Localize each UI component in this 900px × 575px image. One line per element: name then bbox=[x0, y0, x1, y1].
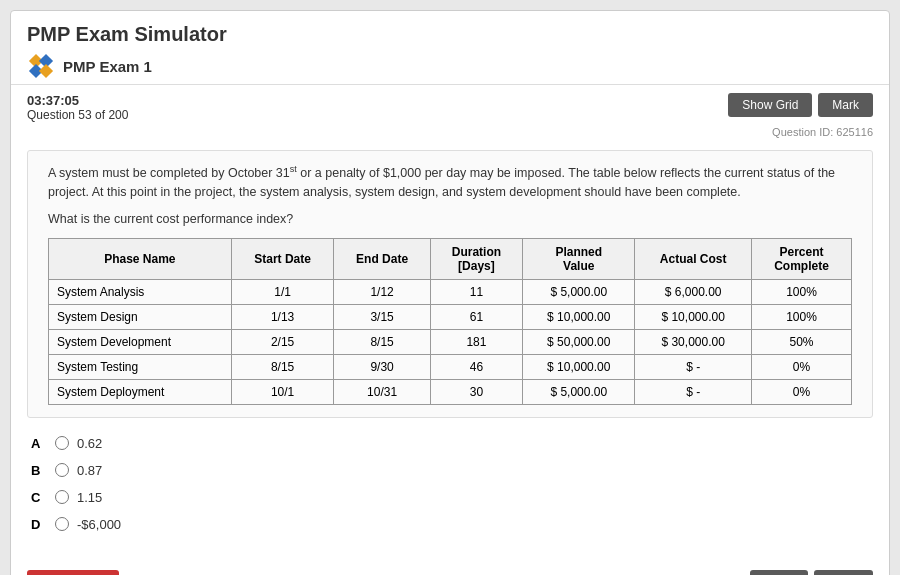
table-cell: $ - bbox=[635, 354, 752, 379]
timer-display: 03:37:05 bbox=[27, 93, 128, 108]
app-title: PMP Exam Simulator bbox=[27, 23, 873, 46]
table-cell: 2/15 bbox=[231, 329, 334, 354]
answer-text: 0.62 bbox=[77, 436, 102, 451]
exam-title: PMP Exam 1 bbox=[63, 58, 152, 75]
table-cell: 50% bbox=[751, 329, 851, 354]
table-cell: $ 6,000.00 bbox=[635, 279, 752, 304]
answer-text: -$6,000 bbox=[77, 517, 121, 532]
question-prompt: What is the current cost performance ind… bbox=[48, 212, 852, 226]
question-area: A system must be completed by October 31… bbox=[27, 150, 873, 418]
table-cell: 30 bbox=[430, 379, 523, 404]
col-start-date: Start Date bbox=[231, 238, 334, 279]
question-counter: Question 53 of 200 bbox=[27, 108, 128, 122]
question-id: Question ID: 625116 bbox=[11, 126, 889, 142]
answer-option: A0.62 bbox=[31, 436, 869, 451]
table-cell: $ 5,000.00 bbox=[523, 279, 635, 304]
table-cell: 1/13 bbox=[231, 304, 334, 329]
table-cell: $ 10,000.00 bbox=[635, 304, 752, 329]
answer-label: B bbox=[31, 463, 47, 478]
timer-info: 03:37:05 Question 53 of 200 bbox=[27, 93, 128, 122]
table-cell: 1/1 bbox=[231, 279, 334, 304]
data-table: Phase Name Start Date End Date Duration[… bbox=[48, 238, 852, 405]
answer-radio[interactable] bbox=[55, 463, 69, 477]
table-cell: 61 bbox=[430, 304, 523, 329]
table-cell: 10/31 bbox=[334, 379, 430, 404]
answer-option: B0.87 bbox=[31, 463, 869, 478]
table-cell: 0% bbox=[751, 354, 851, 379]
end-exam-button[interactable]: End Exam bbox=[27, 570, 119, 575]
answer-label: A bbox=[31, 436, 47, 451]
answer-option: C1.15 bbox=[31, 490, 869, 505]
col-planned-value: PlannedValue bbox=[523, 238, 635, 279]
table-cell: 100% bbox=[751, 279, 851, 304]
exam-subtitle: PMP Exam 1 bbox=[27, 52, 873, 80]
col-percent-complete: PercentComplete bbox=[751, 238, 851, 279]
table-cell: $ 10,000.00 bbox=[523, 354, 635, 379]
logo-icon bbox=[27, 52, 55, 80]
answer-radio[interactable] bbox=[55, 490, 69, 504]
table-cell: 100% bbox=[751, 304, 851, 329]
svg-rect-3 bbox=[39, 64, 53, 78]
table-cell: System Deployment bbox=[49, 379, 232, 404]
col-end-date: End Date bbox=[334, 238, 430, 279]
table-cell: System Testing bbox=[49, 354, 232, 379]
show-grid-button[interactable]: Show Grid bbox=[728, 93, 812, 117]
col-phase-name: Phase Name bbox=[49, 238, 232, 279]
table-row: System Development2/158/15181$ 50,000.00… bbox=[49, 329, 852, 354]
col-duration: Duration[Days] bbox=[430, 238, 523, 279]
table-cell: $ 30,000.00 bbox=[635, 329, 752, 354]
table-cell: $ 5,000.00 bbox=[523, 379, 635, 404]
answer-label: C bbox=[31, 490, 47, 505]
table-cell: 8/15 bbox=[334, 329, 430, 354]
table-cell: $ 50,000.00 bbox=[523, 329, 635, 354]
table-cell: System Design bbox=[49, 304, 232, 329]
answer-label: D bbox=[31, 517, 47, 532]
col-actual-cost: Actual Cost bbox=[635, 238, 752, 279]
table-cell: $ 10,000.00 bbox=[523, 304, 635, 329]
answers: A0.62B0.87C1.15D-$6,000 bbox=[11, 426, 889, 552]
table-row: System Analysis1/11/1211$ 5,000.00$ 6,00… bbox=[49, 279, 852, 304]
answer-text: 1.15 bbox=[77, 490, 102, 505]
table-cell: 10/1 bbox=[231, 379, 334, 404]
nav-buttons: Prev Next bbox=[750, 570, 873, 575]
table-cell: 46 bbox=[430, 354, 523, 379]
table-cell: 181 bbox=[430, 329, 523, 354]
top-buttons: Show Grid Mark bbox=[728, 93, 873, 117]
table-row: System Testing8/159/3046$ 10,000.00$ -0% bbox=[49, 354, 852, 379]
table-cell: 11 bbox=[430, 279, 523, 304]
table-row: System Design1/133/1561$ 10,000.00$ 10,0… bbox=[49, 304, 852, 329]
answer-radio[interactable] bbox=[55, 436, 69, 450]
table-cell: System Analysis bbox=[49, 279, 232, 304]
answer-radio[interactable] bbox=[55, 517, 69, 531]
table-cell: 9/30 bbox=[334, 354, 430, 379]
question-text-part1: A system must be completed by October 31 bbox=[48, 166, 290, 180]
table-header-row: Phase Name Start Date End Date Duration[… bbox=[49, 238, 852, 279]
prev-button[interactable]: Prev bbox=[750, 570, 809, 575]
table-cell: 8/15 bbox=[231, 354, 334, 379]
superscript: st bbox=[290, 164, 297, 174]
table-cell: 3/15 bbox=[334, 304, 430, 329]
header: PMP Exam Simulator PMP Exam 1 bbox=[11, 11, 889, 85]
top-bar: 03:37:05 Question 53 of 200 Show Grid Ma… bbox=[11, 85, 889, 126]
table-cell: 0% bbox=[751, 379, 851, 404]
bottom-bar: End Exam Prev Next bbox=[11, 560, 889, 575]
table-row: System Deployment10/110/3130$ 5,000.00$ … bbox=[49, 379, 852, 404]
main-container: PMP Exam Simulator PMP Exam 1 03:37:05 Q… bbox=[10, 10, 890, 575]
answer-option: D-$6,000 bbox=[31, 517, 869, 532]
table-cell: System Development bbox=[49, 329, 232, 354]
table-cell: 1/12 bbox=[334, 279, 430, 304]
next-button[interactable]: Next bbox=[814, 570, 873, 575]
table-cell: $ - bbox=[635, 379, 752, 404]
mark-button[interactable]: Mark bbox=[818, 93, 873, 117]
answer-text: 0.87 bbox=[77, 463, 102, 478]
question-text: A system must be completed by October 31… bbox=[48, 163, 852, 202]
